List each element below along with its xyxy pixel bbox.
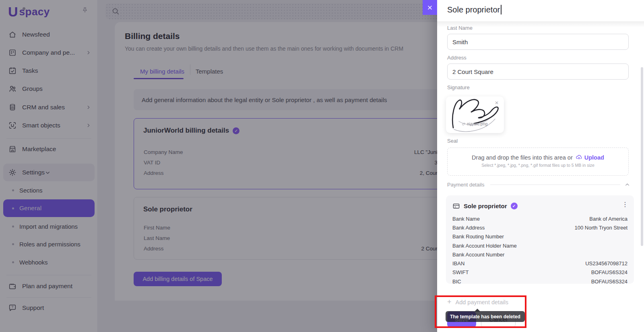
seal-label: Seal [447, 138, 458, 144]
address-field[interactable] [447, 64, 629, 80]
payment-row: Bank Account Number [452, 250, 627, 259]
section-divider-line [490, 184, 621, 185]
add-payment-details-link[interactable]: + Add payment details [447, 298, 508, 306]
payment-row: IBANUS234567098712 [452, 259, 627, 268]
modal-dim-overlay[interactable] [0, 0, 437, 332]
panel-scrollbar[interactable] [641, 67, 643, 246]
payment-details-card: Sole proprietor ✓ ⋮ Bank NameBank of Ame… [446, 195, 634, 284]
deleted-tooltip: The template has been deleted [446, 311, 525, 322]
payment-details-label: Payment details [447, 182, 485, 188]
kebab-menu-icon[interactable]: ⋮ [622, 201, 628, 208]
upload-link[interactable]: Upload [576, 154, 604, 161]
payment-row: BICBOFAUS6S324 [452, 277, 627, 286]
payment-card-title: Sole proprietor [464, 203, 507, 209]
payment-row: Bank Address100 North Tryon Street [452, 223, 627, 232]
plus-icon: + [447, 298, 452, 306]
dropzone-hint: Select *.jpeg, *.jpg, *.png, *.gif forma… [448, 163, 628, 168]
verified-badge-icon: ✓ [511, 203, 518, 209]
close-icon [427, 4, 433, 11]
payment-details-section-header: Payment details [447, 182, 630, 188]
dropzone-text: Drag and drop the files into this area o… [448, 154, 628, 161]
payment-row: SWIFTBOFAUS6S324 [452, 268, 627, 277]
credit-card-icon [452, 202, 460, 210]
app-root: U spacy Newsfeed Company and pe... Tasks… [0, 0, 644, 332]
payment-row: Bank Routing Number [452, 232, 627, 241]
collapse-section-icon[interactable] [624, 182, 630, 188]
paperclip-icon [462, 122, 466, 126]
seal-dropzone[interactable]: Drag and drop the files into this area o… [447, 148, 629, 176]
remove-signature-icon[interactable]: ✕ [495, 100, 499, 105]
edit-template-panel: Sole proprietor Last Name Address Signat… [437, 0, 644, 332]
last-name-field[interactable] [447, 34, 629, 50]
signature-thumbnail[interactable]: ✕ підпис.png [446, 96, 504, 133]
signature-label: Signature [447, 84, 470, 90]
payment-row: Bank NameBank of America [452, 214, 627, 223]
text-cursor [501, 5, 502, 14]
payment-row: Bank Account Holder Name [452, 241, 627, 250]
address-label: Address [447, 55, 466, 61]
close-panel-button[interactable] [423, 0, 437, 15]
panel-title-input[interactable]: Sole proprietor [447, 5, 502, 14]
last-name-label: Last Name [447, 25, 473, 31]
cloud-upload-icon [576, 154, 582, 161]
payment-card-header: Sole proprietor ✓ ⋮ [452, 201, 627, 211]
signature-filename: підпис.png [462, 121, 487, 126]
